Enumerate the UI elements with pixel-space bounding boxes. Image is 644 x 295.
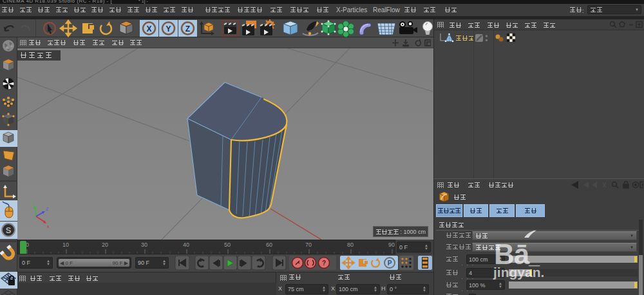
svg-text:P: P: [388, 260, 392, 267]
svg-text:S: S: [6, 225, 12, 235]
svg-text:90: 90: [388, 242, 395, 248]
svg-text:60: 60: [266, 242, 272, 248]
svg-text:70: 70: [305, 242, 312, 248]
svg-text:10: 10: [62, 242, 69, 248]
svg-text:Z: Z: [185, 24, 190, 33]
svg-text:x: x: [47, 224, 50, 229]
svg-text:50: 50: [224, 242, 231, 248]
svg-text:40: 40: [183, 242, 189, 248]
svg-text:Y: Y: [166, 24, 171, 33]
svg-text:80: 80: [347, 242, 354, 248]
svg-text:Z: Z: [46, 207, 49, 211]
svg-text:30: 30: [141, 242, 147, 248]
svg-text:X: X: [146, 24, 151, 33]
svg-text:20: 20: [102, 242, 108, 248]
svg-text:?: ?: [322, 260, 326, 267]
svg-text:Y: Y: [31, 201, 34, 205]
